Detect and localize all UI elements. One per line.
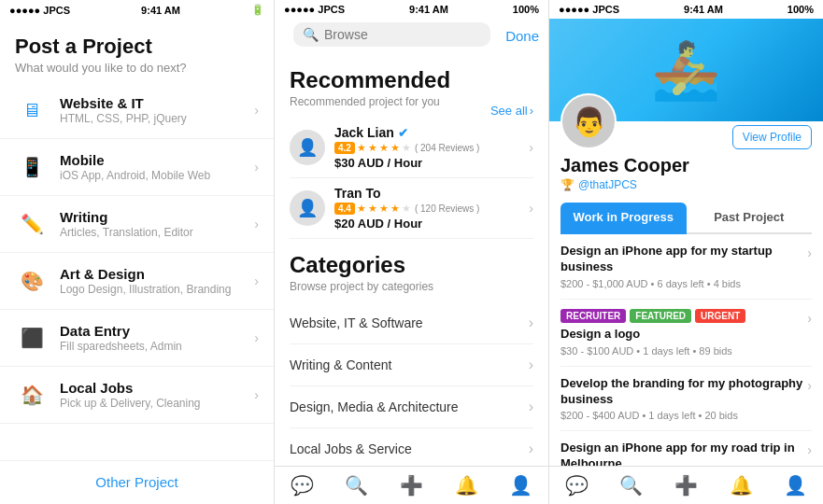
category-label-1: Writing & Content xyxy=(290,357,391,372)
star-empty: ★ xyxy=(402,203,411,215)
chevron-right-icon: › xyxy=(254,387,259,402)
website-it-title: Website & IT xyxy=(60,95,254,111)
tab-1[interactable]: Past Project xyxy=(687,203,813,234)
star-filled: ★ xyxy=(390,203,400,215)
panel-browse: ●●●●● JPCS 9:41 AM 100% 🔍 Done Recommend… xyxy=(275,0,549,504)
category-label-3: Local Jobs & Service xyxy=(290,441,412,456)
menu-item-mobile[interactable]: 📱 Mobile iOS App, Android, Mobile Web › xyxy=(0,139,274,196)
project-item-1[interactable]: RECRUITERFEATUREDURGENT Design a logo $3… xyxy=(560,300,812,367)
freelancer-card-1[interactable]: 👤 Tran To 4.4 ★★★★★ ( 120 Reviews ) $20 … xyxy=(290,178,533,239)
chevron-right-icon: › xyxy=(529,315,533,331)
profile-info: James Cooper 🏆 @thatJPCS xyxy=(549,149,823,195)
search-bar[interactable]: 🔍 xyxy=(293,22,490,47)
menu-item-data-entry[interactable]: ⬛ Data Entry Fill sparedsheets, Admin › xyxy=(0,310,274,367)
add-icon[interactable]: ➕ xyxy=(400,474,423,497)
messages-icon[interactable]: 💬 xyxy=(565,474,589,497)
chevron-right-icon: › xyxy=(807,378,812,393)
star-filled: ★ xyxy=(379,203,389,215)
see-all-link[interactable]: See all › xyxy=(490,104,533,118)
notifications-icon[interactable]: 🔔 xyxy=(730,474,753,497)
notifications-icon[interactable]: 🔔 xyxy=(455,474,478,497)
profile-avatar-row: 👨 View Profile xyxy=(549,93,823,149)
profile-icon[interactable]: 👤 xyxy=(509,474,532,497)
star-filled: ★ xyxy=(368,203,377,215)
mobile-title: Mobile xyxy=(60,152,254,168)
star-filled: ★ xyxy=(379,142,389,154)
search-icon[interactable]: 🔍 xyxy=(345,474,368,497)
website-it-icon: 🖥 xyxy=(15,93,49,127)
project-meta-2: $200 - $400 AUD • 1 days left • 20 bids xyxy=(560,410,803,421)
add-icon[interactable]: ➕ xyxy=(674,474,698,497)
writing-icon: ✏️ xyxy=(15,207,49,241)
project-item-0[interactable]: Design an iPhone app for my startup busi… xyxy=(560,234,812,300)
project-meta-1: $30 - $100 AUD • 1 days left • 89 bids xyxy=(560,345,803,357)
local-jobs-title: Local Jobs xyxy=(60,380,254,396)
categories-title: Categories xyxy=(290,252,533,278)
recommended-title: Recommended xyxy=(290,67,450,93)
category-label-0: Website, IT & Software xyxy=(290,315,423,330)
project-item-3[interactable]: Design an iPhone app for my road trip in… xyxy=(560,431,812,466)
reviews-1: ( 120 Reviews ) xyxy=(415,203,479,214)
search-icon[interactable]: 🔍 xyxy=(619,474,643,497)
category-item-0[interactable]: Website, IT & Software › xyxy=(290,302,533,344)
star-filled: ★ xyxy=(390,142,400,154)
menu-item-art-design[interactable]: 🎨 Art & Design Logo Design, Illustration… xyxy=(0,253,274,310)
local-jobs-icon: 🏠 xyxy=(15,378,49,412)
profile-icon[interactable]: 👤 xyxy=(784,474,807,497)
star-filled: ★ xyxy=(357,142,366,154)
freelancer-name-1: Tran To xyxy=(334,186,523,201)
project-title-1: Design a logo xyxy=(560,327,803,343)
badge-row: RECRUITERFEATUREDURGENT xyxy=(560,309,803,323)
art-design-icon: 🎨 xyxy=(15,264,49,298)
time-3: 9:41 AM xyxy=(684,4,723,15)
messages-icon[interactable]: 💬 xyxy=(291,474,314,497)
chevron-right-icon: › xyxy=(807,442,812,457)
profile-name: James Cooper xyxy=(560,155,812,176)
rating-box-0: 4.2 xyxy=(334,142,355,154)
menu-item-local-jobs[interactable]: 🏠 Local Jobs Pick up & Delivery, Cleanin… xyxy=(0,367,274,424)
panel1-header: Post a Project What would you like to do… xyxy=(0,20,274,82)
view-profile-button[interactable]: View Profile xyxy=(732,125,812,149)
data-entry-sub: Fill sparedsheets, Admin xyxy=(60,340,254,353)
stars-row-0: 4.2 ★★★★★ ( 204 Reviews ) xyxy=(334,142,523,154)
data-entry-title: Data Entry xyxy=(60,323,254,339)
category-item-2[interactable]: Design, Media & Architecture › xyxy=(290,386,533,428)
chevron-right-icon: › xyxy=(529,201,533,216)
freelancer-price-0: $30 AUD / Hour xyxy=(334,156,523,170)
recommended-sub: Recommended project for you xyxy=(290,95,450,108)
verified-badge: ✔ xyxy=(398,126,408,140)
time-1: 9:41 AM xyxy=(141,5,180,16)
done-button[interactable]: Done xyxy=(505,28,539,44)
chevron-right-icon: › xyxy=(529,357,533,373)
project-meta-0: $200 - $1,000 AUD • 6 days left • 4 bids xyxy=(560,278,803,289)
menu-item-writing[interactable]: ✏️ Writing Articles, Translation, Editor… xyxy=(0,196,274,253)
category-label-2: Design, Media & Architecture xyxy=(290,399,459,414)
bottom-nav-3: 💬🔍➕🔔👤 xyxy=(549,466,823,504)
category-item-3[interactable]: Local Jobs & Service › xyxy=(290,428,533,466)
tabs-row: Work in ProgressPast Project xyxy=(560,203,812,234)
panel-post-project: ●●●●● JPCS 9:41 AM 🔋 Post a Project What… xyxy=(0,0,275,504)
art-design-sub: Logo Design, Illustration, Branding xyxy=(60,283,254,296)
search-input[interactable] xyxy=(324,27,481,42)
freelancer-icon: 🏆 xyxy=(560,178,575,191)
tab-0[interactable]: Work in Progress xyxy=(560,203,687,234)
project-title-0: Design an iPhone app for my startup busi… xyxy=(560,244,803,275)
project-item-2[interactable]: Develop the branding for my photography … xyxy=(560,367,812,432)
signal-1: ●●●●● JPCS xyxy=(9,5,70,16)
search-icon: 🔍 xyxy=(303,27,319,42)
stars-row-1: 4.4 ★★★★★ ( 120 Reviews ) xyxy=(334,203,523,215)
freelancer-card-0[interactable]: 👤 Jack Lian ✔ 4.2 ★★★★★ ( 204 Reviews ) … xyxy=(290,118,533,178)
categories-sub: Browse project by categories xyxy=(290,280,533,293)
profile-handle: 🏆 @thatJPCS xyxy=(560,178,812,191)
post-project-subtitle: What would you like to do next? xyxy=(15,61,259,75)
featured-badge: FEATURED xyxy=(630,309,691,323)
panel1-footer: Other Project xyxy=(0,460,274,504)
menu-item-website-it[interactable]: 🖥 Website & IT HTML, CSS, PHP, jQuery › xyxy=(0,82,274,139)
freelancer-avatar-0: 👤 xyxy=(290,130,325,165)
category-item-1[interactable]: Writing & Content › xyxy=(290,344,533,386)
reviews-0: ( 204 Reviews ) xyxy=(415,143,479,153)
battery-3: 100% xyxy=(788,4,814,15)
menu-list: 🖥 Website & IT HTML, CSS, PHP, jQuery › … xyxy=(0,82,274,460)
mobile-sub: iOS App, Android, Mobile Web xyxy=(60,169,254,182)
other-project-link[interactable]: Other Project xyxy=(95,474,177,490)
